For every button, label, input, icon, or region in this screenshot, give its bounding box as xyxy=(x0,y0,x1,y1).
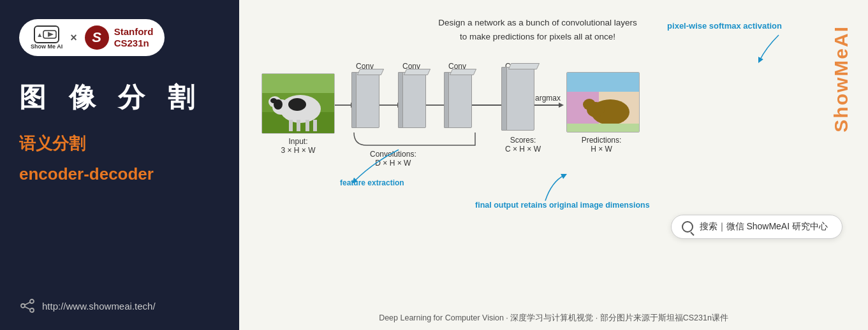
svg-rect-18 xyxy=(305,120,309,131)
search-icon xyxy=(682,221,693,233)
conv-block-1 xyxy=(355,72,379,128)
website-url: http://www.showmeai.tech/ xyxy=(42,301,156,312)
search-text: 搜索｜微信 ShowMeAI 研究中心 xyxy=(700,221,828,233)
showme-icon xyxy=(34,25,59,43)
conv-block-4-top xyxy=(508,63,540,69)
svg-point-2 xyxy=(30,299,34,303)
svg-marker-1 xyxy=(48,32,54,37)
svg-point-4 xyxy=(30,308,34,312)
cs231n-label: CS231n xyxy=(114,38,154,49)
conv-block-4-side xyxy=(501,67,507,131)
svg-rect-17 xyxy=(297,120,300,131)
conv-block-1-side xyxy=(351,72,357,128)
svg-rect-9 xyxy=(262,74,335,93)
left-panel: Show Me AI × S Stanford CS231n 图 像 分 割 语… xyxy=(0,0,239,330)
svg-rect-30 xyxy=(567,73,640,92)
final-output-arrow xyxy=(520,169,571,204)
input-label: Input: 3 × H × W xyxy=(261,137,335,155)
stanford-s-logo: S xyxy=(85,25,109,50)
conv-block-2-side xyxy=(398,72,403,128)
showme-logo: Show Me AI xyxy=(31,25,63,50)
svg-rect-36 xyxy=(567,124,640,133)
argmax-label: argmax xyxy=(535,94,561,103)
segmentation-svg xyxy=(567,73,640,133)
search-bar[interactable]: 搜索｜微信 ShowMeAI 研究中心 xyxy=(671,215,842,239)
subtitle-encoder-decoder: encoder-decoder xyxy=(19,164,154,184)
pixelwise-arrow xyxy=(740,16,791,67)
svg-line-5 xyxy=(25,303,30,305)
showme-text: Show Me AI xyxy=(31,43,63,50)
conv-block-3 xyxy=(448,72,472,128)
right-panel: Design a network as a bunch of convoluti… xyxy=(239,0,868,330)
conv-block-3-side xyxy=(444,72,449,128)
website-row: http://www.showmeai.tech/ xyxy=(19,298,156,314)
subtitle-semantic: 语义分割 xyxy=(19,133,85,155)
svg-rect-19 xyxy=(313,120,317,131)
conv-block-4 xyxy=(506,67,534,131)
share-icon xyxy=(19,298,36,314)
output-image xyxy=(566,72,640,133)
stanford-logo: S Stanford CS231n xyxy=(85,25,154,50)
svg-point-13 xyxy=(288,98,306,111)
svg-rect-16 xyxy=(289,120,293,131)
svg-marker-29 xyxy=(559,103,564,108)
stanford-text: Stanford CS231n xyxy=(114,26,154,49)
diagram-container: Design a network as a bunch of convoluti… xyxy=(252,16,855,271)
svg-line-6 xyxy=(25,307,30,310)
conv-block-2 xyxy=(402,72,426,128)
scores-label: Scores: C × H × W xyxy=(497,136,548,154)
predictions-label: Predictions: H × W xyxy=(563,136,640,154)
main-title: 图 像 分 割 xyxy=(19,82,202,113)
svg-point-3 xyxy=(21,304,25,308)
conv-block-1-top xyxy=(357,69,385,75)
cow-svg xyxy=(262,74,335,134)
footer: Deep Learning for Computer Vision · 深度学习… xyxy=(252,313,855,324)
feature-extraction-label: feature extraction xyxy=(340,178,404,187)
cow-image xyxy=(261,73,335,134)
svg-point-35 xyxy=(583,99,596,110)
stanford-name: Stanford xyxy=(114,26,154,38)
conv-block-2-top xyxy=(404,69,431,75)
conv-block-3-top xyxy=(450,69,477,75)
times-sign: × xyxy=(70,31,77,45)
watermark: ShowMeAI xyxy=(830,25,852,133)
svg-point-15 xyxy=(270,98,277,103)
logo-area: Show Me AI × S Stanford CS231n xyxy=(19,19,165,56)
